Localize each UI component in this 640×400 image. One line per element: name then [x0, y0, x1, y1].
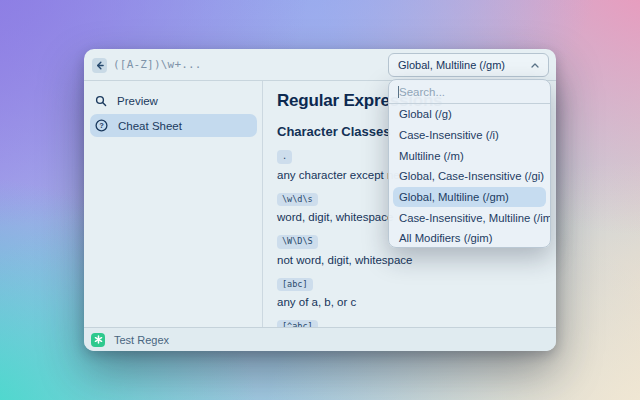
magnifier-icon [95, 95, 107, 107]
back-button[interactable] [92, 58, 107, 73]
code-chip: \W\D\S [277, 235, 318, 249]
code-chip: . [277, 150, 292, 164]
desktop-background: { "window": { "topbar": { "query": "([A-… [0, 0, 640, 400]
dropdown-option[interactable]: All Modifiers (/gim) [389, 228, 550, 248]
modifier-dropdown-trigger[interactable]: Global, Multiline (/gm) [388, 53, 549, 77]
sidebar-item-label: Cheat Sheet [118, 120, 182, 132]
footer-action-test-regex[interactable]: Test Regex [114, 334, 169, 346]
entry-description: any of a, b, or c [277, 296, 556, 309]
regex-query-input[interactable]: ([A-Z])\w+... [113, 58, 202, 71]
top-bar: ([A-Z])\w+... Global, Multiline (/gm) [84, 49, 556, 81]
sidebar-item-cheat-sheet[interactable]: ? Cheat Sheet [90, 114, 257, 137]
dropdown-option-selected[interactable]: Global, Multiline (/gm) [393, 187, 546, 208]
arrow-left-icon [95, 61, 104, 70]
dropdown-trigger-label: Global, Multiline (/gm) [398, 59, 531, 71]
sidebar-item-preview[interactable]: Preview [90, 90, 257, 112]
sidebar: Preview ? Cheat Sheet [84, 81, 263, 327]
dropdown-option[interactable]: Case-Insensitive, Multiline (/im) [389, 207, 550, 228]
dropdown-option[interactable]: Global, Case-Insensitive (/gi) [389, 166, 550, 187]
dropdown-options: Global (/g) Case-Insensitive (/i) Multil… [389, 104, 550, 248]
dropdown-search [389, 80, 550, 104]
code-chip: [abc] [277, 278, 313, 292]
app-window: ([A-Z])\w+... Global, Multiline (/gm) Pr… [84, 49, 556, 351]
code-chip: [^abc] [277, 320, 318, 327]
text-caret [398, 86, 399, 98]
dropdown-option[interactable]: Multiline (/m) [389, 145, 550, 166]
modifier-dropdown-panel: Global (/g) Case-Insensitive (/i) Multil… [388, 79, 551, 248]
entry-description: not word, digit, whitespace [277, 254, 556, 267]
extension-asterisk-icon [91, 333, 105, 347]
dropdown-option[interactable]: Global (/g) [389, 104, 550, 125]
footer-bar: Test Regex [84, 327, 556, 351]
dropdown-option[interactable]: Case-Insensitive (/i) [389, 125, 550, 146]
code-chip: \w\d\s [277, 193, 318, 207]
dropdown-search-input[interactable] [389, 80, 550, 103]
svg-text:?: ? [99, 121, 104, 130]
sidebar-item-label: Preview [117, 95, 158, 107]
question-circle-icon: ? [95, 119, 108, 132]
chevron-up-icon [531, 63, 539, 68]
